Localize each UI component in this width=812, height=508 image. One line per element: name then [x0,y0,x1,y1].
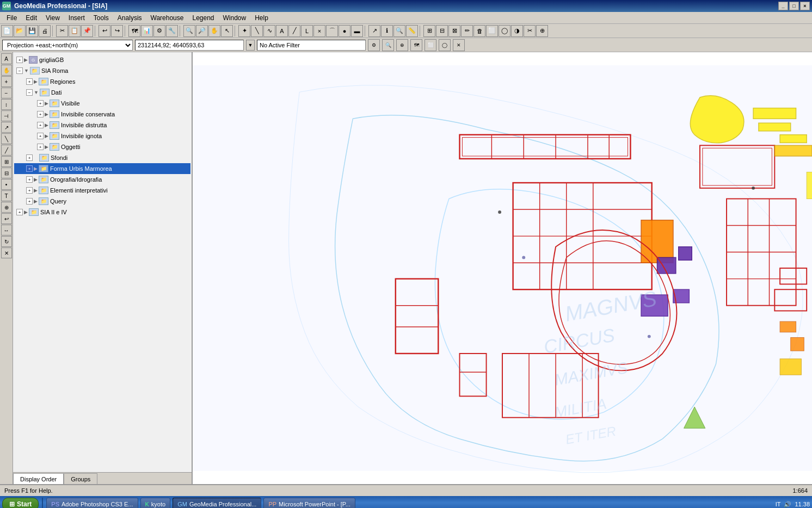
lt-zoom-in[interactable]: + [1,76,12,87]
tab-display-order[interactable]: Display Order [13,473,64,484]
new-btn[interactable]: 📄 [1,25,13,37]
menu-tools[interactable]: Tools [89,13,113,23]
menu-warehouse[interactable]: Warehouse [146,13,188,23]
task-powerpoint[interactable]: PP Microsoft PowerPoint - [P... [263,498,355,508]
expand-sia-roma[interactable]: − [16,67,23,74]
layer-btn[interactable]: ⊞ [423,25,435,37]
tree-item-forma-urbis[interactable]: + ▶ 📁 Forma Urbis Marmorea [14,163,190,174]
menu-analysis[interactable]: Analysis [113,13,146,23]
filter-btn4[interactable]: 🗺 [410,39,422,51]
start-button[interactable]: ⊞ Start [2,498,39,508]
paste-btn[interactable]: 📌 [81,25,93,37]
expand-dati[interactable]: − [26,89,33,96]
minimize-btn[interactable]: _ [778,2,788,10]
expand-query[interactable]: + [26,198,33,205]
filter-btn6[interactable]: ◯ [439,39,451,51]
coord-dropdown[interactable]: ▼ [246,40,255,51]
lt-edit[interactable]: ╲ [1,133,12,144]
copy-btn[interactable]: 📋 [69,25,81,37]
filter-btn2[interactable]: 🔍 [382,39,394,51]
tool1[interactable]: ✦ [238,25,250,37]
filter-btn3[interactable]: ⊕ [396,39,408,51]
pan-btn[interactable]: ✋ [208,25,220,37]
menu-help[interactable]: Help [250,13,273,23]
tree-item-regiones[interactable]: + ▶ 📁 Regiones [14,76,190,87]
task-photoshop[interactable]: PS Adobe Photoshop CS3 E... [46,498,138,508]
tool6[interactable]: L [301,25,313,37]
lt-identify[interactable]: ↕ [1,99,12,110]
feature-btn[interactable]: ⊟ [436,25,448,37]
measure-btn[interactable]: 📏 [406,25,418,37]
tree-item-grigliaGB[interactable]: + ▶ G grigliaGB [14,54,190,65]
edit-btn[interactable]: ✏ [461,25,473,37]
spatial-btn[interactable]: ⬜ [486,25,498,37]
select-btn[interactable]: ↖ [221,25,233,37]
map-btn3[interactable]: ⚙ [153,25,165,37]
lt-delete[interactable]: ✕ [1,247,12,258]
tree-item-dati[interactable]: − ▼ 📁 Dati [14,87,190,98]
menu-window[interactable]: Window [219,13,251,23]
menu-file[interactable]: File [2,13,21,23]
map-btn1[interactable]: 🗺 [128,25,140,37]
map-area[interactable]: MAGNVS CIRCUS MAXIMVS MILITIA ET ITER [193,52,812,484]
task-geomedia[interactable]: GM GeoMedia Professional... [173,498,261,508]
expand-visibile[interactable]: + [37,100,44,107]
tree-item-sia-ii-iv[interactable]: + ▶ 📁 SIA II e IV [14,207,190,218]
tab-groups[interactable]: Groups [64,473,97,484]
tree-item-inv-ignota[interactable]: + ▶ 📁 Invisibile ignota [14,131,190,141]
tree-item-sfondi[interactable]: + 📁 Sfondi [14,152,190,163]
tree-item-query[interactable]: + ▶ 📁 Query [14,196,190,207]
lt-measure[interactable]: ⊣ [1,110,12,121]
expand-regiones[interactable]: + [26,78,33,85]
lt-undo[interactable]: ↩ [1,213,12,224]
merge-btn[interactable]: ⊕ [536,25,548,37]
overlay-btn[interactable]: ◑ [511,25,523,37]
expand-elementi[interactable]: + [26,187,33,194]
expand-forma-urbis[interactable]: + [26,165,33,172]
expand-sfondi[interactable]: + [26,154,33,161]
close-btn[interactable]: × [800,2,810,10]
menu-legend[interactable]: Legend [188,13,218,23]
lt-snap[interactable]: ⊕ [1,202,12,213]
tool2[interactable]: ╲ [251,25,263,37]
tool7[interactable]: × [313,25,325,37]
lt-text[interactable]: T [1,190,12,201]
expand-inv-ignota[interactable]: + [37,133,44,139]
clip-btn[interactable]: ✂ [524,25,536,37]
lt-select[interactable]: A [1,53,12,64]
menu-insert[interactable]: Insert [64,13,89,23]
lt-point[interactable]: • [1,179,12,190]
tool3[interactable]: ∿ [263,25,275,37]
filter-btn1[interactable]: ⚙ [368,39,380,51]
task-kyoto[interactable]: K kyoto [140,498,171,508]
tree-item-oggetti[interactable]: + ▶ 📁 Oggetti [14,141,190,152]
del-btn[interactable]: 🗑 [473,25,485,37]
window-controls[interactable]: _ □ × [778,2,810,10]
tree-item-sia-roma[interactable]: − ▼ 📁 SIA Roma [14,65,190,76]
tree-item-inv-distrutta[interactable]: + ▶ 📁 Invisibile distrutta [14,120,190,131]
lt-line[interactable]: ⊞ [1,156,12,167]
tree-item-orografia[interactable]: + ▶ 📁 Orografia/Idrografia [14,174,190,185]
lt-node[interactable]: ╱ [1,145,12,156]
attr-btn[interactable]: ⊠ [448,25,460,37]
lt-pan[interactable]: ✋ [1,65,12,76]
expand-inv-distrutta[interactable]: + [37,122,44,128]
tool5[interactable]: ╱ [288,25,300,37]
tree-item-inv-conservata[interactable]: + ▶ 📁 Invisibile conservata [14,109,190,120]
print-btn[interactable]: 🖨 [39,25,51,37]
save-btn[interactable]: 💾 [26,25,38,37]
zoom-in-btn[interactable]: 🔍 [183,25,195,37]
arrow-btn[interactable]: ↗ [368,25,380,37]
identify-btn[interactable]: 🔍 [393,25,405,37]
cut-btn[interactable]: ✂ [56,25,68,37]
expand-grigliaGB[interactable]: + [16,57,23,63]
zoom-out-btn[interactable]: 🔎 [196,25,208,37]
lt-zoom-out[interactable]: − [1,88,12,98]
tool4[interactable]: A [276,25,288,37]
tree-item-elementi[interactable]: + ▶ 📁 Elementi interpretativi [14,185,190,196]
expand-sia-ii-iv[interactable]: + [16,209,23,215]
lt-poly[interactable]: ⊟ [1,168,12,178]
lt-rotate[interactable]: ↻ [1,236,12,247]
buf-btn[interactable]: ◯ [499,25,510,37]
lt-draw[interactable]: ↗ [1,122,12,133]
